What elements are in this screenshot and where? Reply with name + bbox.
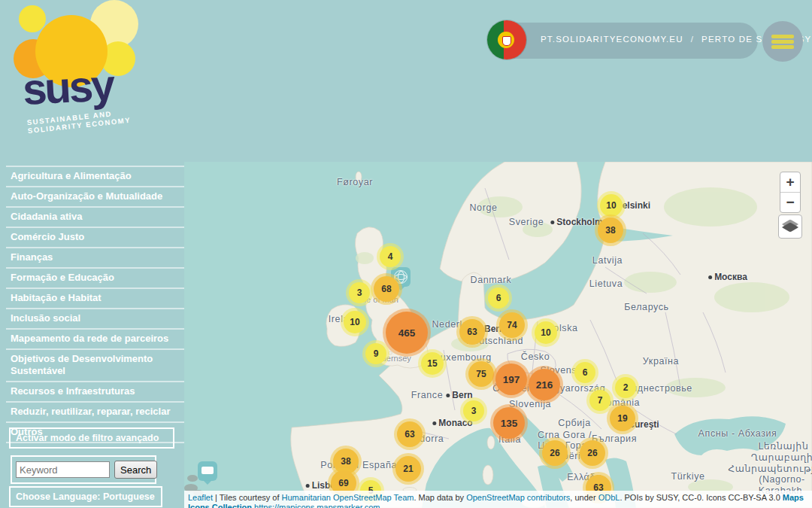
map-country-label: Україна: [643, 356, 679, 367]
map-cluster[interactable]: 9: [362, 340, 389, 367]
sidebar-item[interactable]: Agricultura e Alimentação: [6, 166, 184, 186]
sidebar-item[interactable]: Comércio Justo: [6, 227, 184, 247]
portugal-flag-icon[interactable]: [487, 20, 526, 59]
map-cluster[interactable]: 10: [532, 318, 560, 347]
map-cluster[interactable]: 465: [383, 309, 431, 357]
sidebar-item[interactable]: Formação e Educação: [6, 267, 184, 287]
map-cluster[interactable]: 4: [377, 243, 404, 270]
map-country-label: Ղարաբաղի: [751, 452, 812, 463]
map-country-label: Føroyar: [337, 177, 373, 187]
sign-marker-icon[interactable]: [198, 461, 217, 489]
logo-wordmark: susy: [21, 59, 114, 114]
map-country-label: Србија: [558, 418, 590, 428]
map-cluster[interactable]: 63: [394, 418, 426, 450]
map-tiles: [184, 162, 812, 508]
map-cluster[interactable]: 10: [341, 308, 369, 336]
menu-button[interactable]: [762, 21, 803, 62]
sidebar-item[interactable]: Habitação e Habitat: [6, 287, 184, 308]
map-cluster[interactable]: 216: [526, 366, 563, 403]
sidebar: Agricultura e AlimentaçãoAuto-Organizaçã…: [6, 166, 184, 443]
map-country-label: Sverige: [509, 217, 544, 227]
sidebar-item[interactable]: Objetivos de Desenvolvimento Sustentável: [6, 348, 184, 381]
breadcrumb-perto-link[interactable]: PERTO DE SI: [701, 35, 766, 44]
keyword-search-box: Search: [11, 455, 156, 484]
keyword-input[interactable]: [16, 461, 110, 478]
attribution-text: , under: [570, 493, 598, 502]
sidebar-item[interactable]: Finanças: [6, 247, 184, 267]
map-country-label: Апсны - Абхазия: [698, 428, 777, 439]
map-country-label: Հանրապետություն: [728, 463, 812, 474]
map-cluster[interactable]: 19: [607, 403, 638, 434]
map-country-label: Česko: [521, 351, 550, 362]
map-cluster[interactable]: 3: [346, 279, 373, 306]
sidebar-item[interactable]: Inclusão social: [6, 308, 184, 328]
attribution-link[interactable]: Leaflet: [188, 493, 213, 502]
map-country-label: Latvija: [592, 255, 623, 266]
attribution-text: . POIs by SUSY, CC-0. Icons CC-BY-SA 3.0: [620, 493, 782, 502]
map-cluster[interactable]: 74: [496, 309, 528, 341]
map-country-label: France: [411, 390, 444, 400]
map-city-label: Москва: [708, 272, 747, 282]
sidebar-item[interactable]: Mapeamento da rede de parceiros: [6, 328, 184, 348]
map-cluster[interactable]: 6: [571, 359, 598, 386]
map-cluster[interactable]: 3: [460, 397, 487, 424]
attribution-link[interactable]: Humanitarian OpenStreetMap Team: [282, 493, 414, 502]
map-cluster[interactable]: 26: [539, 437, 571, 469]
map-cluster[interactable]: 68: [371, 273, 402, 305]
attribution-link[interactable]: https://mapicons.mapsmarker.com: [254, 503, 380, 508]
map-country-label: Լեռնային: [759, 440, 809, 452]
attribution-link[interactable]: OpenStreetMap contributors: [466, 493, 570, 502]
map-cluster[interactable]: 2: [612, 374, 639, 401]
map-cluster[interactable]: 26: [577, 437, 608, 469]
attribution-link[interactable]: ODbL: [598, 493, 620, 502]
sidebar-item[interactable]: Auto-Organização e Mutualidade: [6, 186, 184, 206]
attribution-text: | Tiles courtesy of: [213, 493, 282, 502]
map-cluster[interactable]: 6: [485, 284, 512, 312]
map-cluster[interactable]: 21: [392, 453, 424, 485]
breadcrumb-home-link[interactable]: PT.SOLIDARITYECONOMY.EU: [541, 35, 683, 44]
map-cluster[interactable]: 135: [490, 404, 528, 442]
zoom-out-button[interactable]: −: [780, 193, 800, 212]
language-selector[interactable]: Choose Language: Portuguese: [9, 486, 162, 507]
map-country-label: Norge: [469, 202, 497, 213]
advanced-filter-button[interactable]: Activar modo de filtro avançado: [9, 427, 174, 449]
map-canvas[interactable]: FøroyarNorgeSverigeStockholmHelsinkiLatv…: [184, 162, 812, 508]
zoom-in-button[interactable]: +: [780, 172, 800, 193]
map-country-label: Беларусь: [624, 302, 668, 312]
map-cluster[interactable]: 75: [465, 358, 497, 390]
flag-shield: [502, 36, 511, 46]
zoom-control: + −: [780, 172, 801, 213]
sidebar-item[interactable]: Recursos e Infraestruturas: [6, 381, 184, 401]
sidebar-item[interactable]: Reduzir, reutilizar, reparar, reciclar: [6, 401, 184, 421]
map-cluster[interactable]: 63: [456, 316, 488, 348]
cloud-icon: [187, 475, 198, 482]
map-country-label: (Nagorno-: [759, 474, 805, 485]
attribution-text: . Map data by: [414, 493, 466, 502]
susy-logo[interactable]: susy SUSTAINABLE ANDSOLIDARITY ECONOMY: [0, 0, 180, 162]
map-cluster[interactable]: 197: [492, 360, 530, 398]
map-country-label: Crna Gora /: [538, 430, 592, 440]
map-attribution: Leaflet | Tiles courtesy of Humanitarian…: [184, 491, 812, 508]
map-cluster[interactable]: 15: [418, 349, 447, 378]
map-cluster[interactable]: 38: [595, 214, 626, 246]
sidebar-item[interactable]: Cidadania ativa: [6, 206, 184, 227]
logo-bubble: [19, 5, 46, 32]
map-country-label: Danmark: [471, 275, 512, 285]
map-country-label: Türkiye: [671, 471, 704, 482]
search-button[interactable]: Search: [114, 461, 157, 479]
map-country-label: Lietuva: [589, 278, 623, 289]
layers-button[interactable]: [778, 214, 802, 239]
